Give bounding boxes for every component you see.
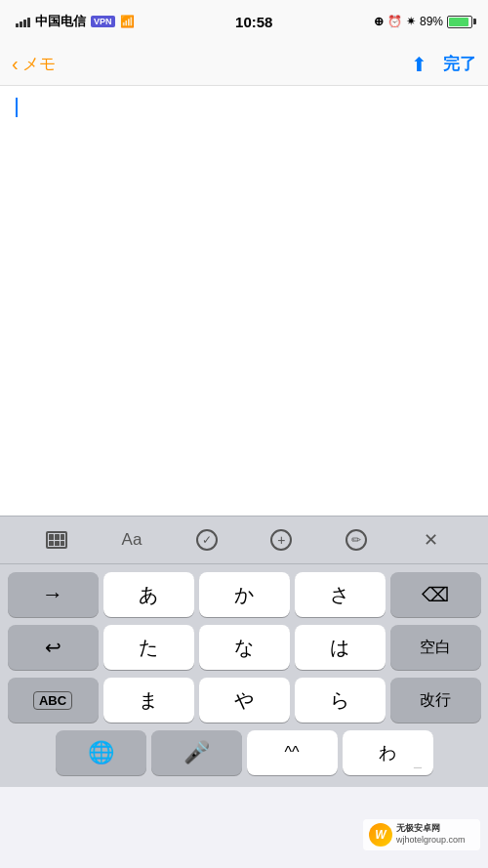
toolbar-attachment-button[interactable]: + [262,522,301,558]
back-button[interactable]: ‹ メモ [12,53,56,75]
key-wa-underscore: ＿ [412,755,424,771]
keyboard-row-3: ABC ま や ら 改行 [3,678,485,723]
delete-icon: ⌫ [422,583,449,606]
signal-bar-4 [27,18,30,27]
microphone-icon: 🎤 [183,740,210,765]
key-ya-label: や [234,687,254,714]
battery-percent: 89% [420,15,443,28]
key-ka-label: か [234,582,254,608]
signal-bar-1 [16,23,19,27]
nav-bar: ‹ メモ ⬆ 完了 [0,43,488,86]
status-bar: 中国电信 VPN 📶 10:58 ⊕ ⏰ ✴ 89% [0,0,488,43]
watermark-logo-text: W [375,828,386,842]
key-ta[interactable]: た [103,625,194,670]
table-icon [46,531,67,549]
note-content-area[interactable] [0,86,488,516]
key-a-label: あ [139,582,158,608]
key-ha-label: は [330,635,349,661]
key-undo[interactable]: ↩ [8,625,99,670]
key-ra-label: ら [330,687,349,714]
key-sa-label: さ [330,582,349,608]
watermark-line2: wjhotelgroup.com [396,835,466,847]
key-wa-label: わ [379,741,396,765]
checklist-icon: ✓ [196,529,218,551]
key-kuten[interactable]: ^^ [247,730,338,775]
wifi-icon: 📶 [120,15,135,28]
battery-fill [449,18,468,26]
back-chevron-icon: ‹ [12,53,19,75]
signal-bar-2 [20,21,22,27]
keyboard-row-1: → あ か さ ⌫ [3,572,485,617]
key-microphone[interactable]: 🎤 [151,730,242,775]
toolbar-close-button[interactable]: ✕ [412,522,451,558]
watermark-container: W 无极安卓网 wjhotelgroup.com [363,819,480,850]
globe-icon: 🌐 [88,740,114,765]
key-ha[interactable]: は [295,625,386,670]
key-a[interactable]: あ [103,572,194,617]
done-button[interactable]: 完了 [443,53,476,75]
toolbar-format-button[interactable]: Aa [112,522,151,558]
markup-icon: ✏ [346,529,367,551]
vpn-badge: VPN [91,16,115,27]
nav-back-label: メモ [22,53,56,75]
status-left: 中国电信 VPN 📶 [16,13,135,30]
bluetooth-icon: ✴ [406,15,416,28]
watermark-line1: 无极安卓网 [396,823,466,835]
nav-actions: ⬆ 完了 [411,53,476,76]
key-abc[interactable]: ABC [8,678,99,723]
key-wa[interactable]: わ ＿ [343,730,433,775]
key-tab[interactable]: → [8,572,99,617]
attachment-icon: + [270,529,292,551]
watermark-text-block: 无极安卓网 wjhotelgroup.com [396,823,466,846]
share-button[interactable]: ⬆ [411,53,427,76]
key-space[interactable]: 空白 [390,625,481,670]
key-globe[interactable]: 🌐 [56,730,146,775]
key-ya[interactable]: や [199,678,290,723]
toolbar-markup-button[interactable]: ✏ [337,522,376,558]
key-ma-label: ま [139,687,158,714]
key-kuten-label: ^^ [284,744,299,762]
keyboard-row-2: ↩ た な は 空白 [3,625,485,670]
undo-icon: ↩ [45,636,61,659]
key-space-label: 空白 [420,638,451,658]
status-right: ⊕ ⏰ ✴ 89% [374,15,472,28]
abc-icon: ABC [33,691,72,710]
status-time: 10:58 [235,14,272,30]
key-delete[interactable]: ⌫ [390,572,481,617]
signal-bars [16,16,30,27]
key-tab-label: → [42,582,63,607]
close-icon: ✕ [424,529,438,551]
carrier-name: 中国电信 [35,13,86,30]
watermark-logo: W [369,823,392,847]
watermark: W 无极安卓网 wjhotelgroup.com [363,819,480,850]
key-ta-label: た [139,635,158,661]
text-cursor [16,98,18,117]
japanese-keyboard: → あ か さ ⌫ ↩ た な は 空白 [0,564,488,787]
alarm-icon: ⏰ [387,15,402,28]
key-sa[interactable]: さ [295,572,386,617]
format-icon: Aa [122,530,142,550]
key-return[interactable]: 改行 [390,678,481,723]
keyboard-row-4: 🌐 🎤 ^^ わ ＿ [3,730,485,775]
key-na-label: な [234,635,254,661]
location-icon: ⊕ [374,15,384,28]
key-ma[interactable]: ま [103,678,194,723]
keyboard-toolbar: Aa ✓ + ✏ ✕ [0,516,488,564]
toolbar-table-button[interactable] [37,522,76,558]
toolbar-checklist-button[interactable]: ✓ [187,522,226,558]
key-na[interactable]: な [199,625,290,670]
key-ra[interactable]: ら [295,678,386,723]
battery-icon [447,16,472,28]
key-ka[interactable]: か [199,572,290,617]
key-return-label: 改行 [420,690,451,711]
signal-bar-3 [23,20,26,27]
